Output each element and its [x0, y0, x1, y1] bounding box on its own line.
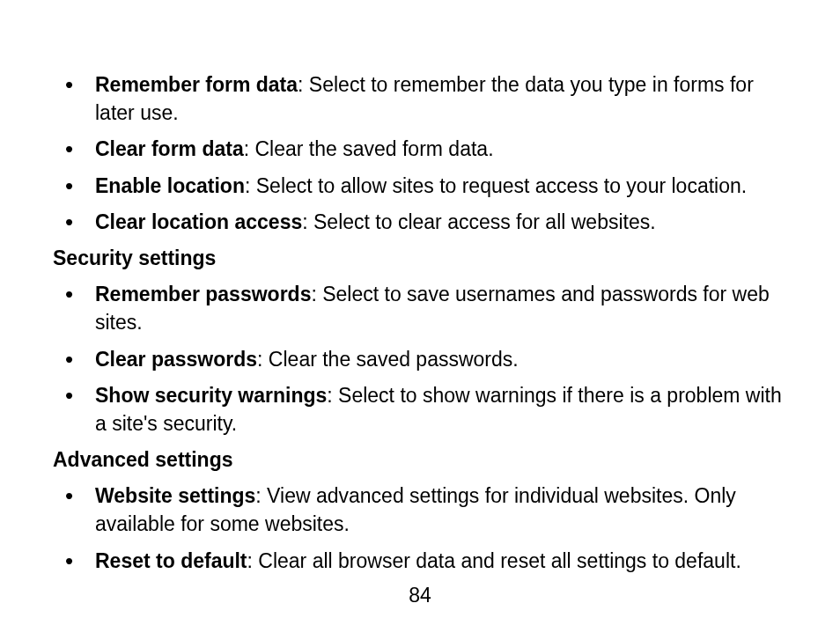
item-desc: : Clear the saved passwords. [257, 348, 519, 371]
bullet-list-2: Remember passwords: Select to save usern… [53, 280, 787, 438]
list-item: Remember passwords: Select to save usern… [53, 280, 787, 336]
list-item: Clear location access: Select to clear a… [53, 208, 787, 236]
page-number: 84 [0, 581, 840, 609]
list-item: Reset to default: Clear all browser data… [53, 547, 787, 575]
bullet-list-3: Website settings: View advanced settings… [53, 482, 787, 575]
section-heading-advanced: Advanced settings [53, 445, 787, 474]
item-term: Remember passwords [95, 283, 311, 305]
list-item: Website settings: View advanced settings… [53, 482, 787, 538]
item-desc: : Select to allow sites to request acces… [245, 174, 747, 197]
item-term: Remember form data [95, 73, 298, 96]
list-item: Remember form data: Select to remember t… [53, 70, 787, 127]
section-heading-security: Security settings [53, 244, 787, 272]
item-desc: : Clear the saved form data. [244, 137, 494, 160]
bullet-list-1: Remember form data: Select to remember t… [53, 70, 787, 236]
list-item: Clear form data: Clear the saved form da… [53, 135, 787, 163]
item-term: Enable location [95, 174, 245, 197]
item-term: Clear passwords [95, 348, 257, 371]
item-desc: : Select to clear access for all website… [302, 210, 655, 233]
item-desc: : Clear all browser data and reset all s… [247, 549, 741, 572]
list-item: Enable location: Select to allow sites t… [53, 172, 787, 200]
item-term: Show security warnings [95, 384, 327, 407]
item-term: Website settings [95, 484, 255, 507]
list-item: Clear passwords: Clear the saved passwor… [53, 345, 787, 373]
item-term: Clear form data [95, 137, 244, 160]
item-term: Clear location access [95, 210, 302, 233]
item-term: Reset to default [95, 549, 247, 572]
list-item: Show security warnings: Select to show w… [53, 381, 787, 438]
